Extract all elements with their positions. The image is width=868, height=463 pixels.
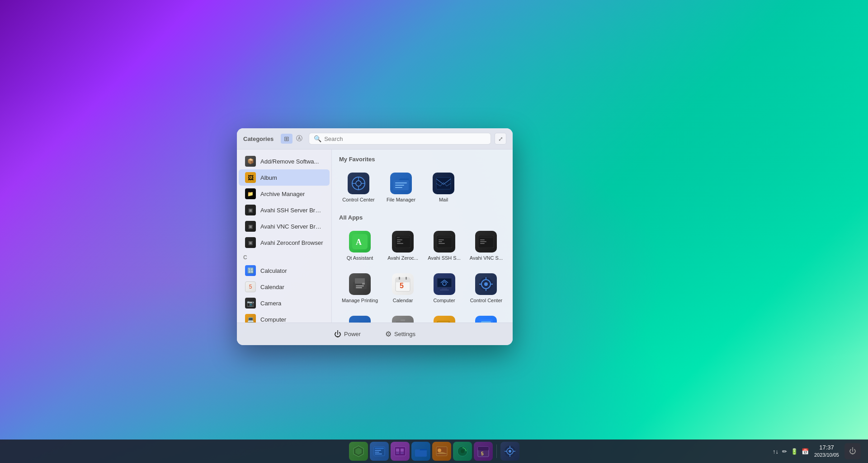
app-tile-name-control-center: Control Center bbox=[342, 197, 375, 202]
taskbar-icon-8[interactable] bbox=[500, 442, 519, 461]
app-tile-avahi-ssh[interactable]: Avahi SSH S... bbox=[425, 226, 463, 265]
app-tile-control-center[interactable]: Control Center bbox=[339, 168, 378, 207]
edit-icon[interactable]: ✏ bbox=[782, 448, 787, 455]
app-tile-name-file-manager: File Manager bbox=[384, 197, 418, 202]
app-tile-manage-printing[interactable]: Manage Printing bbox=[339, 269, 381, 308]
svg-rect-84 bbox=[401, 449, 404, 452]
list-item[interactable]: ▣ Avahi Zeroconf Browser bbox=[239, 234, 330, 251]
svg-rect-22 bbox=[439, 241, 442, 242]
svg-rect-21 bbox=[439, 239, 444, 240]
app-name-camera: Camera bbox=[260, 300, 281, 307]
app-tile-computer[interactable]: Computer bbox=[425, 269, 463, 308]
svg-rect-32 bbox=[356, 287, 362, 288]
app-tile-name-cc-tile: Control Center bbox=[470, 298, 503, 303]
list-item[interactable]: 🔢 Calculator bbox=[239, 262, 330, 279]
taskbar: 5 ↑↓ ✏ 🔋 📅 17:37 2023/10/05 ⏻ bbox=[0, 440, 868, 463]
app-tile-file-manager[interactable]: File Manager bbox=[382, 168, 420, 207]
app-tile-avahi-vnc[interactable]: Avahi VNC S... bbox=[467, 226, 505, 265]
app-tile-icon-control-center bbox=[348, 173, 369, 194]
list-item[interactable]: 📁 Archive Manager bbox=[239, 186, 330, 202]
app-tile-trash[interactable]: Trash bbox=[384, 311, 421, 323]
app-tile-album[interactable]: Album bbox=[425, 311, 463, 323]
app-icon-add-remove: 📦 bbox=[245, 156, 256, 167]
power-icon: ⏻ bbox=[334, 330, 341, 338]
list-item[interactable]: 📷 Camera bbox=[239, 295, 330, 311]
taskbar-icons: 5 bbox=[0, 442, 868, 461]
search-input[interactable] bbox=[324, 136, 486, 142]
app-icon-archive-manager: 📁 bbox=[245, 188, 256, 199]
app-tile-icon-mail bbox=[433, 173, 454, 194]
svg-rect-93 bbox=[478, 447, 489, 450]
app-tile-name-avahi-ssh: Avahi SSH S... bbox=[428, 255, 461, 261]
svg-text:5: 5 bbox=[481, 451, 484, 456]
taskbar-icon-5[interactable] bbox=[432, 442, 451, 461]
view-toggle: ⊞ Ⓐ bbox=[281, 134, 305, 144]
app-tile-calendar[interactable]: 5 Calendar bbox=[384, 269, 421, 308]
app-name-add-remove: Add/Remove Softwa... bbox=[260, 158, 319, 165]
app-tile-icon-trash bbox=[392, 316, 414, 323]
taskbar-power-button[interactable]: ⏻ bbox=[844, 443, 861, 459]
svg-point-97 bbox=[509, 450, 511, 453]
all-apps-title: All Apps bbox=[339, 214, 505, 221]
app-tile-icon-avahi-zeroconf bbox=[392, 231, 414, 253]
svg-rect-81 bbox=[375, 454, 382, 454]
taskbar-icon-3[interactable] bbox=[391, 442, 410, 461]
app-icon-avahi-ssh: ▣ bbox=[245, 205, 256, 215]
list-item[interactable]: 5 Calendar bbox=[239, 279, 330, 295]
app-icon-calculator: 🔢 bbox=[245, 265, 256, 276]
app-icon-computer: 💻 bbox=[245, 314, 256, 323]
svg-rect-86 bbox=[401, 452, 404, 454]
svg-rect-27 bbox=[480, 241, 486, 242]
battery-icon[interactable]: 🔋 bbox=[791, 448, 798, 455]
app-tile-name-mail: Mail bbox=[427, 197, 460, 202]
list-item[interactable]: ▣ Avahi SSH Server Browser bbox=[239, 202, 330, 218]
app-tile-icon-manage-printing bbox=[349, 273, 371, 295]
calendar-sys-icon[interactable]: 📅 bbox=[802, 448, 809, 455]
list-item[interactable]: ▣ Avahi VNC Server Browser bbox=[239, 218, 330, 234]
app-name-computer: Computer bbox=[260, 316, 286, 323]
settings-button[interactable]: ⚙ Settings bbox=[380, 327, 421, 341]
launcher-body: 📦 Add/Remove Softwa... 🖼 Album 📁 Archive… bbox=[237, 150, 513, 323]
app-name-avahi-ssh: Avahi SSH Server Browser bbox=[260, 207, 323, 214]
svg-marker-66 bbox=[448, 322, 453, 323]
power-button[interactable]: ⏻ Power bbox=[329, 328, 366, 341]
svg-rect-8 bbox=[395, 185, 404, 186]
svg-rect-79 bbox=[375, 450, 381, 451]
svg-rect-42 bbox=[442, 288, 447, 290]
svg-rect-25 bbox=[479, 236, 493, 238]
app-tile-icon-avahi-ssh bbox=[434, 231, 455, 253]
view-list-button[interactable]: Ⓐ bbox=[293, 134, 305, 144]
search-box: 🔍 bbox=[309, 133, 491, 145]
app-tile-file-manager-2[interactable]: File Manager bbox=[339, 311, 381, 323]
svg-rect-39 bbox=[406, 277, 407, 280]
view-grid-button[interactable]: ⊞ bbox=[281, 134, 292, 144]
taskbar-icon-1[interactable] bbox=[349, 442, 368, 461]
svg-rect-78 bbox=[375, 448, 384, 449]
taskbar-icon-2[interactable] bbox=[370, 442, 389, 461]
list-item[interactable]: 📦 Add/Remove Softwa... bbox=[239, 153, 330, 169]
taskbar-icon-7[interactable]: 5 bbox=[474, 442, 493, 461]
power-label: Power bbox=[344, 331, 361, 337]
network-icon[interactable]: ↑↓ bbox=[773, 448, 778, 455]
app-name-calendar: Calendar bbox=[260, 284, 284, 290]
list-item[interactable]: 💻 Computer bbox=[239, 311, 330, 323]
svg-rect-83 bbox=[396, 449, 399, 452]
app-name-avahi-vnc: Avahi VNC Server Browser bbox=[260, 223, 323, 230]
app-tile-avahi-zeroconf[interactable]: Avahi Zeroc... bbox=[384, 226, 421, 265]
app-tile-name-manage-printing: Manage Printing bbox=[342, 298, 378, 303]
power-off-icon: ⏻ bbox=[849, 447, 856, 455]
svg-rect-18 bbox=[397, 243, 403, 244]
app-tile-qt-assistant[interactable]: A Qt Assistant bbox=[339, 226, 381, 265]
taskbar-time: 17:37 bbox=[814, 444, 839, 452]
svg-point-91 bbox=[461, 449, 464, 453]
app-tile-mail[interactable]: Mail bbox=[424, 168, 463, 207]
app-tile-control-center-2[interactable]: Control Center bbox=[467, 269, 505, 308]
list-item[interactable]: 🖼 Album bbox=[239, 169, 330, 186]
app-icon-album: 🖼 bbox=[245, 172, 256, 183]
taskbar-icon-4[interactable] bbox=[411, 442, 430, 461]
taskbar-separator bbox=[496, 444, 497, 458]
taskbar-icon-6[interactable] bbox=[453, 442, 472, 461]
app-tile-icon-file-manager bbox=[390, 173, 412, 194]
expand-button[interactable]: ⤢ bbox=[495, 133, 506, 145]
app-tile-calculator[interactable]: Calculator bbox=[467, 311, 505, 323]
